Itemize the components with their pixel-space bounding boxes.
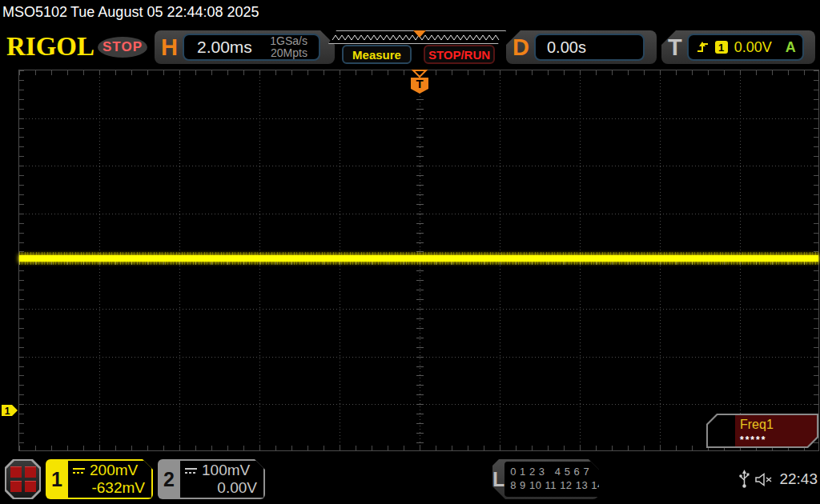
delay-widget[interactable]: D 0.00s <box>506 30 657 64</box>
channel1-offset: -632mV <box>72 479 145 497</box>
clock: 22:43 <box>779 470 818 488</box>
channel1-number: 1 <box>46 459 68 499</box>
red-square <box>25 481 36 492</box>
grid-ticks-bottom <box>19 446 818 450</box>
horizontal-timebase-widget[interactable]: H 2.00ms 1GSa/s 20Mpts <box>155 30 335 64</box>
red-square <box>25 466 36 478</box>
datetime-text: Tue August 05 22:44:08 2025 <box>70 4 259 21</box>
dc-coupling-icon <box>72 466 86 475</box>
memory-depth: 20Mpts <box>270 47 308 59</box>
stop-run-button[interactable]: STOP/RUN <box>424 45 495 64</box>
measurement-panel-freq1[interactable]: Freq1 ***** <box>706 414 818 448</box>
measure-button[interactable]: Measure <box>342 45 412 64</box>
trigger-marker-label: T <box>416 77 423 90</box>
status-tray: 22:43 <box>737 459 820 499</box>
rising-edge-icon <box>697 41 709 54</box>
channel1-offset-marker[interactable]: 1 <box>2 405 18 417</box>
sound-muted-icon[interactable] <box>755 473 774 486</box>
channel1-trace <box>19 255 818 262</box>
channel1-scale: 200mV <box>90 462 138 479</box>
menu-grid-icon <box>6 461 39 498</box>
sample-rate: 1GSa/s <box>270 35 308 47</box>
model-name: MSO5102 <box>2 4 67 21</box>
measurement-value: ***** <box>740 434 766 446</box>
top-status-bar: MSO5102 Tue August 05 22:44:08 2025 <box>0 0 820 24</box>
delay-label: D <box>506 34 534 61</box>
horizontal-label: H <box>155 34 183 61</box>
channel1-marker-label: 1 <box>5 406 10 417</box>
stop-run-button-label: STOP/RUN <box>428 48 490 62</box>
delay-box[interactable]: 0.00s <box>534 34 645 61</box>
measure-button-label: Measure <box>352 48 401 62</box>
trigger-level-value: 0.00V <box>734 39 772 56</box>
measurement-title: Freq1 <box>740 418 774 432</box>
measurement-panel-body: Freq1 ***** <box>708 415 817 446</box>
run-state-badge: STOP <box>98 37 147 58</box>
rigol-logo: RIGOL <box>6 32 94 62</box>
preview-trigger-position-icon[interactable] <box>413 30 426 38</box>
red-square <box>10 466 22 478</box>
trigger-mode-auto: A <box>786 39 796 56</box>
trigger-label: T <box>661 34 687 61</box>
logic-label: L <box>492 459 504 499</box>
channel2-offset: 0.00V <box>184 479 257 497</box>
logic-row2: 8 9 10 11 12 13 14 15 <box>510 479 619 493</box>
menu-grid-button[interactable] <box>5 459 41 499</box>
channel2-number: 2 <box>158 459 180 499</box>
trigger-position-marker[interactable]: T <box>410 69 429 94</box>
graticule[interactable]: T <box>18 70 819 451</box>
trigger-box[interactable]: 1 0.00V A <box>687 34 804 61</box>
timebase-value: 2.00ms <box>184 38 252 57</box>
trigger-source-badge: 1 <box>715 41 728 54</box>
run-state-label: STOP <box>102 39 143 55</box>
acquisition-info: 1GSa/s 20Mpts <box>270 35 319 58</box>
trigger-widget[interactable]: T 1 0.00V A <box>661 30 815 64</box>
dc-coupling-icon <box>184 466 198 475</box>
delay-value: 0.00s <box>536 38 586 57</box>
red-square <box>10 481 22 492</box>
channel2-scale: 100mV <box>202 462 250 479</box>
logic-row1: 0 1 2 3 4 5 6 7 <box>510 466 619 479</box>
logic-channels-box[interactable]: L 0 1 2 3 4 5 6 7 8 9 10 11 12 13 14 15 <box>492 459 599 499</box>
channel1-box[interactable]: 1 200mV -632mV <box>46 459 153 499</box>
channel2-box[interactable]: 2 100mV 0.00V <box>158 459 265 499</box>
logic-channel-list: 0 1 2 3 4 5 6 7 8 9 10 11 12 13 14 15 <box>504 462 619 497</box>
usb-icon[interactable] <box>739 470 750 489</box>
timebase-box[interactable]: 2.00ms 1GSa/s 20Mpts <box>183 34 320 61</box>
